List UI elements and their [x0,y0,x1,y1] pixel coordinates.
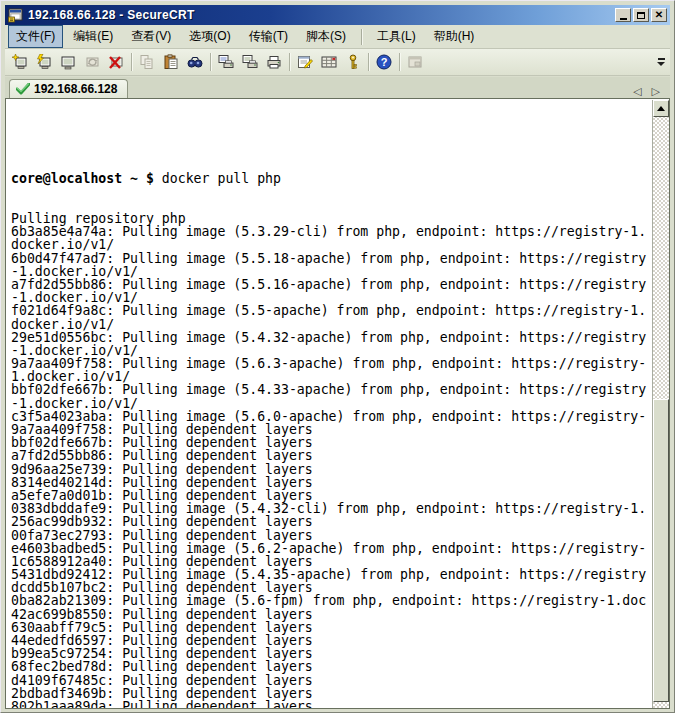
reconnect-icon [84,54,100,70]
minimize-button[interactable] [615,8,631,22]
toolbar-separator [368,53,369,71]
terminal-line: f021d64f9a8c: Pulling image (5.5-apache)… [11,304,652,317]
disconnect-icon [108,54,124,70]
scroll-up-icon [657,106,665,111]
toolbar-separator [289,53,290,71]
copy-button [135,51,159,74]
terminal-line: 256ac99db932: Pulling dependent layers [11,515,652,528]
reconnect-button [80,51,104,74]
toolbar-separator [131,53,132,71]
disconnect-button[interactable] [104,51,128,74]
menu-view[interactable]: 查看(V) [123,25,179,48]
menu-bar: 文件(F) 编辑(E) 查看(V) 选项(O) 传输(T) 脚本(S) 工具(L… [5,25,670,49]
print-screen-button[interactable] [214,51,238,74]
terminal-screen[interactable]: core@localhost ~ $ docker pull php Pulli… [7,100,652,708]
terminal-line: a7fd2d55bb86: Pulling dependent layers [11,449,652,462]
toolbar-overflow-icon [658,58,665,60]
close-icon: ✕ [655,10,663,20]
minimize-icon [620,18,627,20]
terminal-line: 802b1aaa89da: Pulling dependent layers [11,700,652,709]
session-tab[interactable]: 192.168.66.128 [9,79,128,98]
terminal-line: -1.docker.io/v1/ [11,397,652,410]
terminal-output: Pulling repository php6b3a85e4a74a: Pull… [11,212,652,709]
quick-connect-button[interactable] [32,51,56,74]
terminal-line: docker.io/v1/ [11,238,652,251]
connect-button[interactable] [56,51,80,74]
vertical-scrollbar[interactable] [652,100,669,708]
svg-text:?: ? [381,56,388,68]
new-session-icon [12,54,28,70]
maximize-icon [637,12,645,19]
tab-scroll-right-icon[interactable]: ▷ [652,84,660,98]
print-button[interactable] [262,51,286,74]
terminal-line: 9d96aa25e739: Pulling dependent layers [11,463,652,476]
terminal-line: docker.io/v1/ [11,318,652,331]
securecrt-app-icon [8,8,24,23]
securecrt-window: 192.168.66.128 - SecureCRT ✕ 文件(F) 编辑(E)… [0,0,675,713]
terminal-line: 8314ed40214d: Pulling dependent layers [11,476,652,489]
terminal-line: 42ac699b8550: Pulling dependent layers [11,608,652,621]
keymap-icon [321,54,337,70]
toolbar: ? [5,49,670,76]
copy-icon [139,54,155,70]
menu-transfer[interactable]: 传输(T) [241,25,296,48]
menu-script[interactable]: 脚本(S) [298,25,354,48]
tab-scroll-left-icon[interactable]: ◁ [633,84,641,98]
menu-help[interactable]: 帮助(H) [426,25,483,48]
terminal-line: 00fa73ec2793: Pulling dependent layers [11,529,652,542]
session-options-button[interactable] [293,51,317,74]
terminal-line: 29e51d0556bc: Pulling image (5.4.32-apac… [11,331,652,344]
terminal-line: 0ba82ab21309: Pulling image (5.6-fpm) fr… [11,594,652,607]
tab-bar: 192.168.66.128 ◁ ▷ [5,77,670,98]
paste-icon [163,54,179,70]
print-screen-icon [218,54,234,70]
terminal-line: e4603badbed5: Pulling image (5.6.2-apach… [11,542,652,555]
terminal-line: d4109f67485c: Pulling dependent layers [11,674,652,687]
terminal-line: bbf02dfe667b: Pulling image (5.4.33-apac… [11,383,652,396]
terminal-line: 6b0d47f47ad7: Pulling image (5.5.18-apac… [11,252,652,265]
print-selection-button[interactable] [238,51,262,74]
maximize-button[interactable] [633,8,649,22]
terminal-line: -1.docker.io/v1/ [11,265,652,278]
find-icon [187,54,203,70]
close-button[interactable]: ✕ [651,8,667,22]
scrollbar-up-button[interactable] [653,100,669,117]
key-icon [345,54,361,70]
clone-session-icon [407,54,423,70]
session-tab-label: 192.168.66.128 [34,82,117,96]
shell-command: docker pull php [154,171,281,186]
scrollbar-thumb[interactable] [653,399,669,702]
keymap-button[interactable] [317,51,341,74]
title-bar: 192.168.66.128 - SecureCRT ✕ [5,5,670,25]
quick-connect-icon [36,54,52,70]
terminal-line: 2bdbadf3469b: Pulling dependent layers [11,687,652,700]
terminal-line: 68fec2bed78d: Pulling dependent layers [11,660,652,673]
menu-edit[interactable]: 编辑(E) [65,25,121,48]
help-button[interactable]: ? [372,51,396,74]
menu-options[interactable]: 选项(O) [181,25,238,48]
clone-session-button [403,51,427,74]
key-generator-button[interactable] [341,51,365,74]
find-button[interactable] [183,51,207,74]
toolbar-overflow-button[interactable] [654,54,668,70]
print-selection-icon [242,54,258,70]
paste-button[interactable] [159,51,183,74]
connected-check-icon [16,83,30,95]
window-title: 192.168.66.128 - SecureCRT [28,8,615,22]
menu-tools[interactable]: 工具(L) [369,25,424,48]
print-icon [266,54,282,70]
menu-file[interactable]: 文件(F) [8,25,63,48]
menu-separator [361,29,362,45]
terminal-prompt-line: core@localhost ~ $ docker pull php [11,172,652,185]
toolbar-separator [210,53,211,71]
shell-prompt: core@localhost ~ $ [11,171,154,186]
connect-icon [60,54,76,70]
toolbar-separator [399,53,400,71]
new-session-button[interactable] [8,51,32,74]
terminal-panel: core@localhost ~ $ docker pull php Pulli… [5,98,670,709]
help-icon: ? [376,54,392,70]
session-options-icon [297,54,313,70]
